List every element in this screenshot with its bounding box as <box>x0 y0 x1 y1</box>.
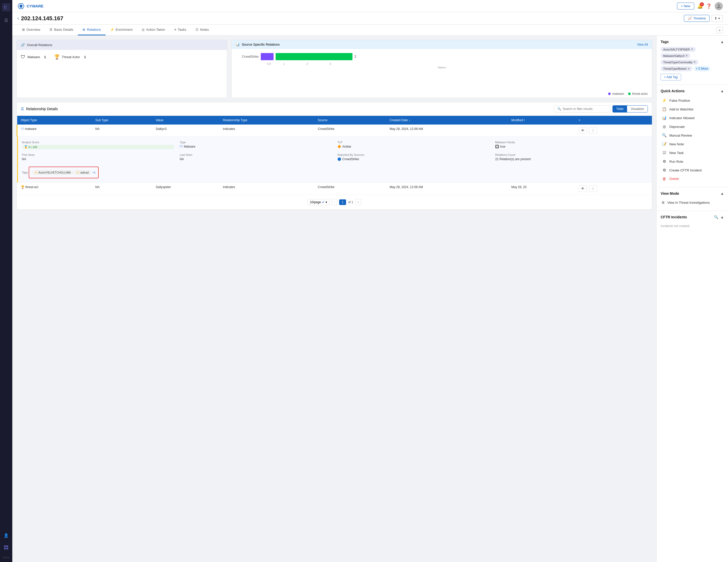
tags-list: Actor/SALTYSPIDER ✕Malware/Salityv3 ✕Thr… <box>661 47 724 71</box>
type-value: 🛡 Malware <box>180 145 332 148</box>
chart-area: CrowdStrike 2 0.9 1 2 3 <box>232 49 652 90</box>
action-item-false-positive[interactable]: ⚡False Positive <box>661 96 724 105</box>
action-item-indicator-allowed[interactable]: 📊Indicator Allowed <box>661 113 724 122</box>
tags-title: Tags <box>661 40 669 44</box>
table-view-button[interactable]: Table <box>613 106 627 112</box>
action-label-deprecate: Deprecate <box>669 125 685 129</box>
tab-icon-relations: ⊕ <box>82 28 85 32</box>
overall-relations-title: Overall Relations <box>27 43 52 47</box>
tags-section: Tags ▲ Actor/SALTYSPIDER ✕Malware/Sality… <box>657 36 728 85</box>
relation-item-malware: 🛡Malware1 <box>21 54 46 60</box>
cell-relationship-type: indicates <box>219 124 314 137</box>
last-seen-field: Last Seen NA <box>180 153 332 161</box>
tag-remove-button[interactable]: ✕ <box>685 54 688 57</box>
action-item-delete[interactable]: 🗑Delete <box>661 174 724 183</box>
action-label-run-rule: Run Rule <box>669 160 683 163</box>
cftr-search-button[interactable]: 🔍 <box>714 215 718 219</box>
visualizer-view-button[interactable]: Visualizer <box>627 106 648 112</box>
share-button[interactable]: ⬆ ▾ <box>712 15 723 22</box>
action-item-deprecate[interactable]: ◎Deprecate <box>661 122 724 131</box>
chart-bar-container: 2 <box>261 53 648 60</box>
tags-collapse-button[interactable]: ▲ <box>720 40 724 44</box>
tag-remove-button[interactable]: ✕ <box>691 48 693 51</box>
tab-enrichment[interactable]: ⚡Enrichment <box>106 25 137 35</box>
tab-action-taken[interactable]: ◎Action Taken <box>137 25 170 35</box>
svg-rect-4 <box>4 548 6 549</box>
search-input[interactable] <box>563 107 607 111</box>
sidebar-menu-icon[interactable]: ☰ <box>3 16 9 24</box>
more-tags-button[interactable]: + 5 More <box>694 66 710 71</box>
relation-label-threat-actor: Threat Actor <box>62 55 80 59</box>
action-item-create-cftr[interactable]: ⚙Create CFTR Incident <box>661 166 724 174</box>
timeline-button[interactable]: 📈 Timeline <box>684 15 710 22</box>
action-item-new-note[interactable]: 📝New Note <box>661 140 724 148</box>
object-type-icon: 🛡 <box>21 127 24 131</box>
logo-text: CYWARE <box>27 4 44 8</box>
search-icon: 🔍 <box>557 107 561 111</box>
per-page-label: 10/page <box>310 200 321 204</box>
more-button[interactable]: ⋮ <box>589 127 597 134</box>
table-wrap: Object TypeSub TypeValueRelationship Typ… <box>17 116 652 195</box>
action-item-add-watchlist[interactable]: 📋Add to Watchlist <box>661 105 724 113</box>
main-panel: 🔗 Overall Relations 🛡Malware1🏆Threat Act… <box>12 36 656 562</box>
tags-more-button[interactable]: +1 <box>92 171 96 174</box>
tab-tasks[interactable]: ≡Tasks <box>170 25 191 35</box>
sidebar-settings-icon[interactable] <box>2 544 10 552</box>
action-item-new-task[interactable]: ☑New Task <box>661 148 724 157</box>
legend-dot-malware <box>608 92 611 95</box>
more-button[interactable]: ⋮ <box>589 185 597 192</box>
tab-label-tasks: Tasks <box>178 28 186 32</box>
axis-2: 2 <box>292 62 323 65</box>
legend-label-malware: malware <box>612 92 624 96</box>
cell-created-date: May 28, 2024, 12:08 AM <box>386 183 508 195</box>
expand-tabs-button[interactable]: » <box>716 27 723 33</box>
tab-basic-details[interactable]: ☰Basic Details <box>45 25 78 35</box>
tag-item: ThreatType/Botnet ✕ <box>661 66 692 71</box>
back-button[interactable]: ‹ <box>17 16 19 21</box>
quick-actions-collapse-button[interactable]: ▲ <box>720 89 724 93</box>
relations-table: Object TypeSub TypeValueRelationship Typ… <box>17 116 652 195</box>
view-button[interactable]: 👁 <box>579 185 587 192</box>
view-mode-collapse-button[interactable]: ▲ <box>720 191 724 195</box>
detail-icon: ☰ <box>21 107 24 111</box>
cell-object-type: 🏆 threat-act <box>17 183 92 195</box>
malware-family-text: true <box>500 145 505 148</box>
page-info: of 1 <box>348 200 353 204</box>
per-page-select[interactable]: 10/page ✔ ▾ <box>307 199 329 205</box>
action-icon-add-watchlist: 📋 <box>662 107 667 111</box>
tab-notes[interactable]: ☷Notes <box>191 25 213 35</box>
action-icon-run-rule: ⚙ <box>662 159 667 164</box>
tab-overview[interactable]: ⊞Overview <box>17 25 45 35</box>
next-page-button[interactable]: › <box>355 199 361 205</box>
sidebar-logo[interactable]: C <box>2 3 10 11</box>
first-seen-value: NA <box>22 157 175 161</box>
view-button[interactable]: 👁 <box>579 127 587 134</box>
action-item-run-rule[interactable]: ⚙Run Rule <box>661 157 724 166</box>
cell-source: CrowdStrike <box>314 183 386 195</box>
sidebar-users-icon[interactable]: 👤 <box>2 532 10 539</box>
table-row: 🛡 malware NA Salityv3 indicates CrowdStr… <box>17 124 652 137</box>
relations-count-value: 21 Relation(s) are present <box>495 157 648 161</box>
notification-button[interactable]: 🔔 3 <box>697 3 703 9</box>
svg-marker-7 <box>19 5 23 8</box>
tabs-bar: ⊞Overview☰Basic Details⊕Relations⚡Enrich… <box>12 25 728 36</box>
new-button[interactable]: + New <box>677 3 694 9</box>
tag-remove-button[interactable]: ✕ <box>693 60 696 64</box>
action-item-manual-review[interactable]: 🔍Manual Review <box>661 131 724 140</box>
chart-legend: malwarethreat-actor <box>232 90 652 98</box>
view-in-threat-investigations[interactable]: ⚙ View in Threat Investigations <box>661 198 724 206</box>
help-button[interactable]: ❓ <box>706 3 712 9</box>
view-all-link[interactable]: View All <box>637 43 648 46</box>
cftr-collapse-button[interactable]: ▲ <box>720 215 724 219</box>
tag-remove-button[interactable]: ✕ <box>688 67 690 70</box>
tab-relations[interactable]: ⊕Relations <box>78 25 105 35</box>
user-avatar[interactable] <box>715 2 723 10</box>
tags-header: Tags ▲ <box>661 40 724 44</box>
action-icon-indicator-allowed: 📊 <box>662 116 667 120</box>
add-tag-button[interactable]: + Add Tag <box>661 74 681 80</box>
cell-value: Saltyspider <box>152 183 220 195</box>
first-seen-field: First Seen NA <box>22 153 175 161</box>
type-field: Type 🛡 Malware <box>180 141 332 149</box>
col-modified-i: Modified I <box>508 116 575 124</box>
prev-page-button[interactable]: ‹ <box>331 199 337 205</box>
